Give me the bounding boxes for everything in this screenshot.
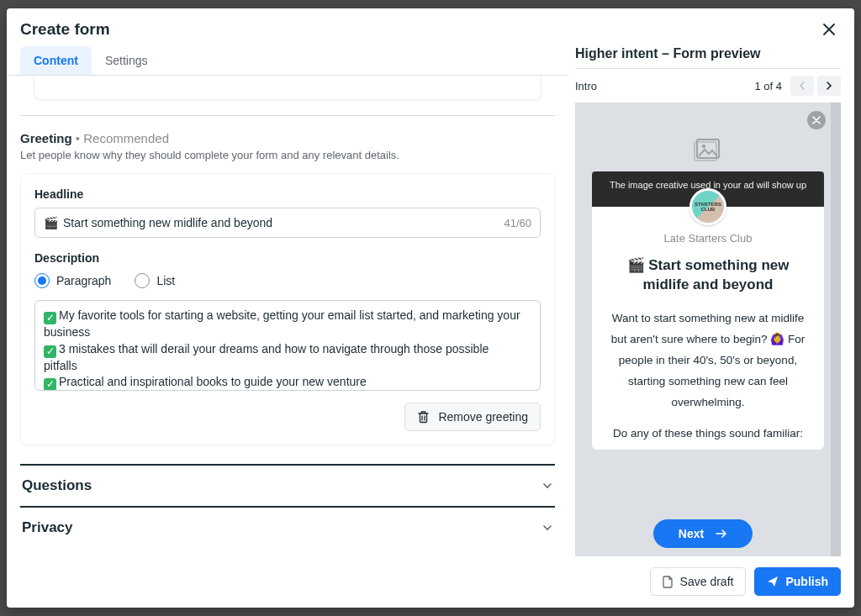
greeting-title-rec: • Recommended <box>72 131 169 145</box>
description-text[interactable]: ✓My favorite tools for starting a websit… <box>44 308 525 391</box>
check-icon: ✓ <box>44 378 56 391</box>
arrow-right-icon <box>716 529 727 539</box>
publish-button[interactable]: Publish <box>754 567 841 596</box>
radio-list-label: List <box>156 274 175 287</box>
greeting-card: Headline 🎬 41/60 Description Paragraph L… <box>20 173 555 445</box>
preview-body-2: Do any of these things sound familiar: <box>604 427 812 440</box>
chevron-down-icon <box>541 480 553 492</box>
desc-line: My favorite tools for starting a website… <box>44 308 520 339</box>
headline-input[interactable] <box>63 216 504 229</box>
accordion-questions[interactable]: Questions <box>20 464 555 506</box>
description-label: Description <box>34 251 541 265</box>
tabs: Content Settings <box>7 46 568 76</box>
paper-plane-icon <box>767 576 779 587</box>
preview-pager-text: 1 of 4 <box>754 80 782 92</box>
remove-greeting-row: Remove greeting <box>34 403 541 431</box>
close-button[interactable] <box>817 18 841 41</box>
preview-close-button[interactable] <box>807 111 826 129</box>
ad-creative-banner: The image creative used in your ad will … <box>592 171 824 207</box>
preview-next-row: Next <box>575 511 831 551</box>
radio-list[interactable]: List <box>135 273 175 288</box>
image-placeholder-icon <box>592 138 824 161</box>
left-panel: Content Settings Greeting • Recommended … <box>7 46 568 556</box>
description-format-radios: Paragraph List <box>34 273 541 288</box>
preview-scrollbar[interactable] <box>831 103 841 556</box>
radio-paragraph-label: Paragraph <box>56 274 111 287</box>
preview-title: Higher intent – Form preview <box>575 46 841 69</box>
remove-greeting-button[interactable]: Remove greeting <box>404 403 541 431</box>
close-icon <box>822 23 836 36</box>
divider <box>20 115 555 116</box>
previous-section-card <box>34 75 541 100</box>
preview-panel: Higher intent – Form preview Intro 1 of … <box>568 46 854 556</box>
close-icon <box>812 116 821 124</box>
next-label: Next <box>679 527 704 540</box>
radio-icon <box>135 273 150 288</box>
accordion-privacy[interactable]: Privacy <box>20 506 555 550</box>
caret-left-icon <box>799 82 806 90</box>
pager-prev-button[interactable] <box>790 76 814 96</box>
trash-icon <box>417 410 430 424</box>
preview-body: Want to start something new at midlife b… <box>604 308 812 413</box>
create-form-modal: Create form Content Settings Greeting • … <box>7 8 854 608</box>
radio-paragraph[interactable]: Paragraph <box>34 273 111 288</box>
chevron-down-icon <box>541 522 553 534</box>
description-textarea[interactable]: ✓My favorite tools for starting a websit… <box>34 300 541 391</box>
modal-footer: Save draft Publish <box>7 556 854 608</box>
caret-right-icon <box>826 82 832 90</box>
preview-pager: Intro 1 of 4 <box>575 69 841 103</box>
greeting-title: Greeting • Recommended <box>20 131 555 145</box>
greeting-title-bold: Greeting <box>20 131 72 145</box>
headline-label: Headline <box>34 187 541 201</box>
desc-line: Practical and inspirational books to gui… <box>59 375 367 388</box>
file-icon <box>663 576 673 588</box>
headline-char-count: 41/60 <box>504 217 531 229</box>
greeting-subtitle: Let people know why they should complete… <box>20 149 555 161</box>
accordion-privacy-title: Privacy <box>22 519 73 536</box>
tab-settings[interactable]: Settings <box>92 46 161 75</box>
preview-headline: 🎬 Start something new midlife and beyond <box>604 256 812 295</box>
publish-label: Publish <box>785 575 828 588</box>
preview-brand: Late Starters Club <box>604 232 812 245</box>
radio-icon <box>34 273 50 288</box>
pager-next-button[interactable] <box>817 76 841 96</box>
avatar: STARTERSCLUB <box>689 188 726 225</box>
clapper-icon: 🎬 <box>44 216 58 229</box>
modal-header: Create form <box>7 8 854 46</box>
preview-step-label: Intro <box>575 80 597 92</box>
headline-input-wrap[interactable]: 🎬 41/60 <box>34 208 541 238</box>
accordion-questions-title: Questions <box>22 477 92 494</box>
preview-next-button[interactable]: Next <box>653 519 753 548</box>
svg-point-1 <box>702 145 705 148</box>
check-icon: ✓ <box>44 312 56 324</box>
tab-content[interactable]: Content <box>20 46 92 75</box>
remove-greeting-label: Remove greeting <box>438 410 528 424</box>
modal-body: Content Settings Greeting • Recommended … <box>7 46 854 556</box>
desc-line: 3 mistakes that will derail your dreams … <box>44 342 489 372</box>
save-draft-label: Save draft <box>680 575 734 588</box>
save-draft-button[interactable]: Save draft <box>650 567 747 596</box>
preview-card: Late Starters Club 🎬 Start something new… <box>592 207 824 450</box>
preview-frame: The image creative used in your ad will … <box>575 103 841 556</box>
check-icon: ✓ <box>44 345 56 358</box>
modal-title: Create form <box>20 20 110 39</box>
